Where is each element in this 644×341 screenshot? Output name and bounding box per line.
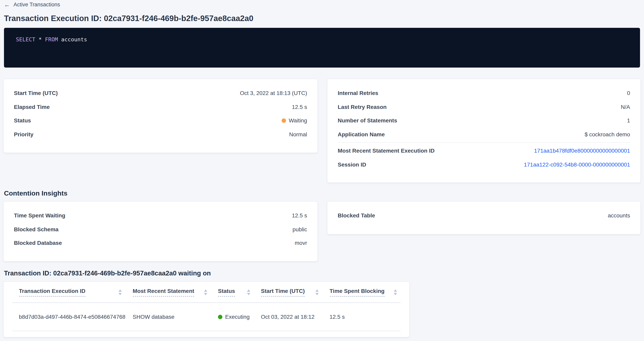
contention-row-time-spent-waiting: Time Spent Waiting 12.5 s (4, 209, 318, 222)
table-header-row: Transaction Execution ID Most Recent Sta… (12, 282, 400, 303)
summary-row-session-id: Session ID 171aa122-c092-54b8-0000-00000… (327, 158, 640, 171)
row-value: accounts (608, 212, 630, 219)
sort-icon[interactable] (247, 289, 250, 295)
row-label: Last Retry Reason (338, 104, 387, 110)
column-header-most-recent-statement[interactable]: Most Recent Statement (126, 288, 212, 297)
session-id-link[interactable]: 171aa122-c092-54b8-0000-000000000001 (524, 161, 630, 168)
row-value: 12.5 s (292, 104, 307, 110)
back-to-active-transactions-link[interactable]: ← Active Transactions (4, 1, 60, 7)
sort-icon[interactable] (118, 289, 122, 295)
row-value: Oct 3, 2022 at 18:13 (UTC) (240, 90, 307, 96)
contention-row-blocked-table: Blocked Table accounts (327, 209, 640, 222)
waiting-on-table-card: Transaction Execution ID Most Recent Sta… (3, 281, 410, 338)
row-label: Most Recent Statement Execution ID (338, 148, 434, 154)
row-label: Blocked Table (338, 212, 375, 219)
contention-left-card: Time Spent Waiting 12.5 s Blocked Schema… (3, 201, 318, 262)
sql-keyword-select: SELECT (16, 36, 36, 42)
column-label: Time Spent Blocking (330, 288, 384, 297)
cell-txn-execution-id: b8d7d03a-d497-446b-8474-e50846674768 (12, 314, 126, 320)
sql-identifier: accounts (58, 36, 87, 42)
page-title: Transaction Execution ID: 02ca7931-f246-… (4, 14, 254, 23)
summary-right-card: Internal Retries 0 Last Retry Reason N/A… (327, 79, 641, 183)
column-header-start-time[interactable]: Start Time (UTC) (254, 288, 323, 297)
sql-star: * (36, 36, 45, 42)
waiting-status-dot-icon (282, 118, 286, 123)
summary-row-start-time: Start Time (UTC) Oct 3, 2022 at 18:13 (U… (4, 86, 318, 100)
column-label: Start Time (UTC) (261, 288, 305, 297)
row-value: 0 (627, 90, 630, 96)
row-label: Application Name (338, 131, 385, 137)
contention-right-card: Blocked Table accounts (327, 201, 641, 235)
row-label: Number of Statements (338, 117, 397, 124)
cell-most-recent-statement: SHOW database (126, 314, 212, 320)
summary-row-status: Status Waiting (4, 114, 318, 127)
column-label: Transaction Execution ID (19, 288, 86, 297)
cell-start-time: Oct 03, 2022 at 18:12 (254, 314, 323, 320)
sort-icon[interactable] (394, 289, 397, 295)
summary-row-internal-retries: Internal Retries 0 (327, 86, 640, 100)
row-label: Internal Retries (338, 90, 378, 96)
row-label: Status (14, 117, 31, 124)
sql-keyword-from: FROM (45, 36, 58, 42)
transaction-details-page: ← Active Transactions Transaction Execut… (0, 0, 644, 341)
summary-row-last-retry-reason: Last Retry Reason N/A (327, 100, 640, 114)
executing-status-dot-icon (218, 315, 222, 319)
row-value: 12.5 s (292, 212, 307, 219)
status-badge: Waiting (282, 117, 307, 124)
status-text: Executing (225, 314, 250, 320)
left-arrow-icon: ← (4, 1, 10, 7)
summary-row-most-recent-statement-execution-id: Most Recent Statement Execution ID 171aa… (327, 144, 640, 158)
column-header-status[interactable]: Status (212, 288, 254, 297)
row-label: Blocked Schema (14, 226, 58, 233)
summary-row-application-name: Application Name $ cockroach demo (327, 127, 640, 141)
row-value: Normal (289, 131, 307, 137)
sort-icon[interactable] (316, 289, 318, 295)
waiting-on-heading: Transaction ID: 02ca7931-f246-469b-b2fe-… (4, 270, 211, 277)
row-label: Blocked Database (14, 240, 62, 246)
contention-insights-heading: Contention Insights (4, 190, 68, 198)
cell-status: Executing (212, 314, 254, 320)
summary-row-elapsed-time: Elapsed Time 12.5 s (4, 100, 318, 114)
row-label: Start Time (UTC) (14, 90, 58, 96)
row-label: Time Spent Waiting (14, 212, 65, 219)
row-value: movr (295, 240, 307, 246)
column-header-time-spent-blocking[interactable]: Time Spent Blocking (323, 288, 401, 297)
back-link-label: Active Transactions (14, 1, 60, 7)
row-value: $ cockroach demo (584, 131, 630, 137)
sort-icon[interactable] (204, 289, 207, 295)
contention-row-blocked-schema: Blocked Schema public (4, 222, 318, 236)
column-label: Status (218, 288, 235, 297)
sql-statement-box: SELECT * FROM accounts (4, 28, 640, 67)
column-label: Most Recent Statement (133, 288, 194, 297)
row-value: public (292, 226, 307, 233)
contention-row-blocked-database: Blocked Database movr (4, 236, 318, 250)
statement-execution-id-link[interactable]: 171aa1b478fdf0e80000000000000001 (534, 148, 630, 154)
summary-left-card: Start Time (UTC) Oct 3, 2022 at 18:13 (U… (3, 79, 318, 153)
card-divider (338, 142, 630, 143)
row-label: Priority (14, 131, 34, 137)
row-value: N/A (621, 104, 630, 110)
summary-row-number-of-statements: Number of Statements 1 (327, 114, 640, 127)
cell-time-spent-blocking: 12.5 s (323, 314, 401, 320)
row-label: Session ID (338, 161, 366, 168)
row-value: 1 (627, 117, 630, 124)
status-text: Waiting (289, 117, 307, 124)
row-label: Elapsed Time (14, 104, 50, 110)
table-row[interactable]: b8d7d03a-d497-446b-8474-e50846674768 SHO… (12, 303, 400, 331)
summary-row-priority: Priority Normal (4, 127, 318, 141)
column-header-transaction-execution-id[interactable]: Transaction Execution ID (12, 288, 126, 297)
